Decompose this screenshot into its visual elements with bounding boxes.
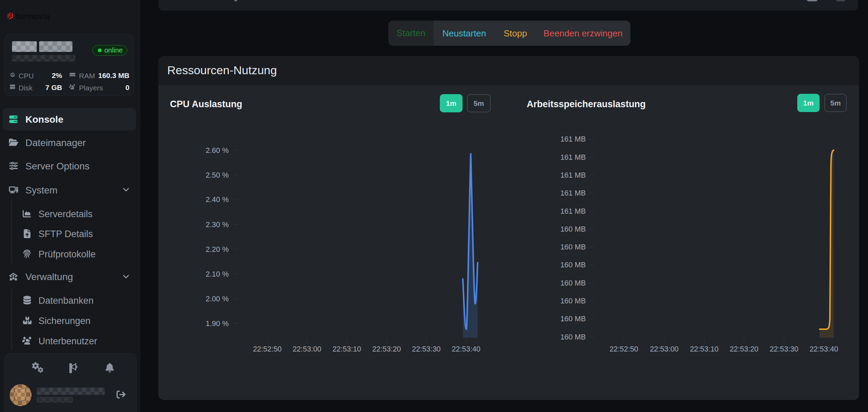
svg-text:2.30 %: 2.30 % (206, 221, 229, 229)
svg-text:2.50 %: 2.50 % (206, 171, 229, 179)
svg-text:160 MB: 160 MB (560, 279, 586, 287)
svg-text:22:53:10: 22:53:10 (690, 345, 719, 353)
svg-text:161 MB: 161 MB (560, 207, 586, 215)
svg-text:22:53:40: 22:53:40 (810, 345, 838, 353)
svg-text:160 MB: 160 MB (560, 297, 586, 305)
svg-text:161 MB: 161 MB (560, 135, 586, 143)
svg-text:2.10 %: 2.10 % (206, 270, 229, 278)
svg-text:2.00 %: 2.00 % (206, 295, 229, 303)
svg-text:22:53:00: 22:53:00 (293, 345, 321, 353)
svg-text:22:52:50: 22:52:50 (609, 345, 638, 353)
svg-text:160 MB: 160 MB (560, 243, 586, 251)
svg-text:2.40 %: 2.40 % (206, 196, 229, 204)
svg-text:22:53:40: 22:53:40 (452, 345, 481, 353)
svg-text:160 MB: 160 MB (560, 261, 586, 269)
svg-text:161 MB: 161 MB (560, 153, 586, 162)
svg-text:22:52:50: 22:52:50 (253, 345, 282, 353)
svg-text:2.60 %: 2.60 % (206, 146, 229, 155)
svg-text:1.90 %: 1.90 % (206, 320, 229, 328)
svg-text:22:53:00: 22:53:00 (650, 345, 679, 353)
svg-text:22:53:30: 22:53:30 (770, 345, 799, 353)
svg-text:160 MB: 160 MB (560, 333, 586, 341)
svg-text:160 MB: 160 MB (560, 225, 586, 233)
svg-text:161 MB: 161 MB (560, 189, 586, 197)
svg-text:22:53:20: 22:53:20 (730, 345, 758, 353)
svg-text:22:53:20: 22:53:20 (372, 345, 401, 353)
svg-text:22:53:30: 22:53:30 (412, 345, 441, 353)
svg-text:2.20 %: 2.20 % (206, 245, 229, 254)
svg-text:160 MB: 160 MB (560, 315, 586, 323)
svg-text:161 MB: 161 MB (560, 171, 586, 179)
svg-text:22:53:10: 22:53:10 (332, 345, 361, 353)
